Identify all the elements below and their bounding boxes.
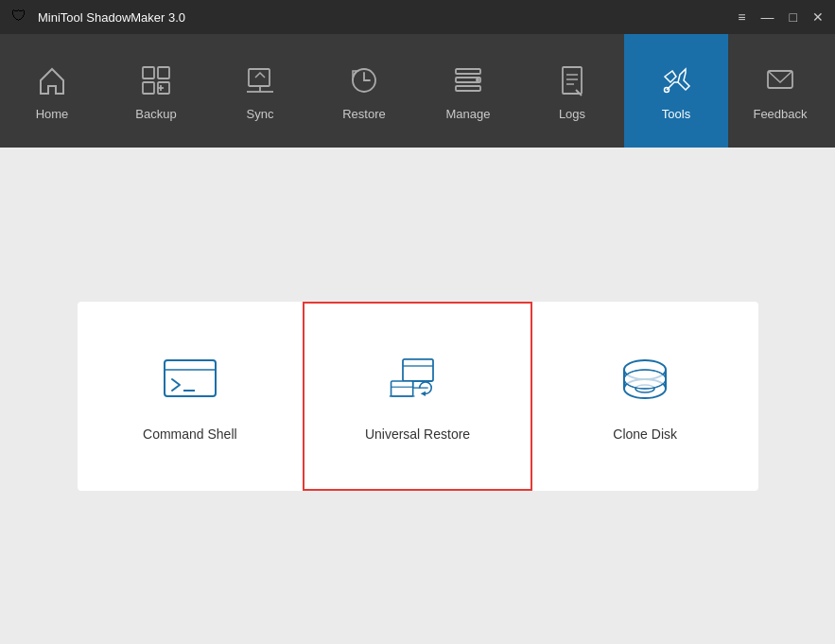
svg-rect-27 bbox=[391, 381, 412, 396]
nav-item-backup[interactable]: Backup bbox=[104, 34, 208, 148]
nav-label-tools: Tools bbox=[662, 107, 690, 121]
tool-item-universal-restore[interactable]: Universal Restore bbox=[303, 302, 532, 491]
nav-label-logs: Logs bbox=[559, 107, 585, 121]
nav-label-feedback: Feedback bbox=[753, 107, 807, 121]
feedback-icon bbox=[761, 61, 799, 99]
home-icon bbox=[33, 61, 71, 99]
backup-icon bbox=[137, 61, 175, 99]
nav-item-manage[interactable]: Manage bbox=[416, 34, 520, 148]
nav-item-sync[interactable]: Sync bbox=[208, 34, 312, 148]
svg-rect-23 bbox=[403, 358, 433, 380]
tool-item-clone-disk[interactable]: Clone Disk bbox=[532, 302, 758, 491]
svg-rect-0 bbox=[143, 67, 154, 78]
svg-marker-30 bbox=[420, 391, 425, 395]
sync-icon bbox=[241, 61, 279, 99]
universal-restore-icon bbox=[388, 351, 448, 411]
svg-rect-1 bbox=[158, 67, 169, 78]
tool-item-command-shell[interactable]: Command Shell bbox=[78, 302, 304, 491]
restore-icon bbox=[345, 61, 383, 99]
nav-item-feedback[interactable]: Feedback bbox=[728, 34, 832, 148]
nav-label-manage: Manage bbox=[446, 107, 491, 121]
svg-rect-6 bbox=[249, 69, 270, 86]
nav-item-tools[interactable]: Tools bbox=[624, 34, 728, 148]
nav-label-restore: Restore bbox=[342, 107, 386, 121]
manage-icon bbox=[449, 61, 487, 99]
universal-restore-label: Universal Restore bbox=[365, 426, 470, 442]
svg-rect-2 bbox=[143, 82, 154, 94]
logs-icon bbox=[553, 61, 591, 99]
title-bar: 🛡 MiniTool ShadowMaker 3.0 ≡ — □ ✕ bbox=[0, 0, 835, 34]
svg-point-13 bbox=[476, 78, 479, 81]
nav-item-home[interactable]: Home bbox=[0, 34, 104, 148]
command-shell-label: Command Shell bbox=[143, 426, 237, 442]
svg-rect-12 bbox=[456, 86, 480, 91]
svg-rect-10 bbox=[456, 69, 480, 74]
nav-item-restore[interactable]: Restore bbox=[312, 34, 416, 148]
title-bar-title: MiniTool ShadowMaker 3.0 bbox=[38, 10, 185, 25]
close-button[interactable]: ✕ bbox=[812, 9, 824, 25]
menu-icon[interactable]: ≡ bbox=[738, 9, 745, 25]
svg-rect-14 bbox=[563, 67, 582, 94]
nav-bar: Home Backup Sync bbox=[0, 34, 835, 148]
command-shell-icon bbox=[160, 351, 220, 411]
nav-label-home: Home bbox=[36, 107, 69, 121]
clone-disk-icon bbox=[615, 351, 675, 411]
tools-grid: Command Shell bbox=[78, 302, 758, 491]
nav-label-backup: Backup bbox=[135, 107, 176, 121]
app-logo: 🛡 bbox=[11, 8, 30, 26]
clone-disk-label: Clone Disk bbox=[613, 426, 677, 442]
title-bar-controls: ≡ — □ ✕ bbox=[738, 9, 824, 25]
main-content: Command Shell bbox=[0, 148, 835, 644]
title-bar-left: 🛡 MiniTool ShadowMaker 3.0 bbox=[11, 8, 185, 26]
minimize-button[interactable]: — bbox=[761, 9, 774, 25]
maximize-button[interactable]: □ bbox=[790, 9, 797, 25]
nav-label-sync: Sync bbox=[247, 107, 274, 121]
nav-item-logs[interactable]: Logs bbox=[520, 34, 624, 148]
tools-icon bbox=[657, 61, 695, 99]
